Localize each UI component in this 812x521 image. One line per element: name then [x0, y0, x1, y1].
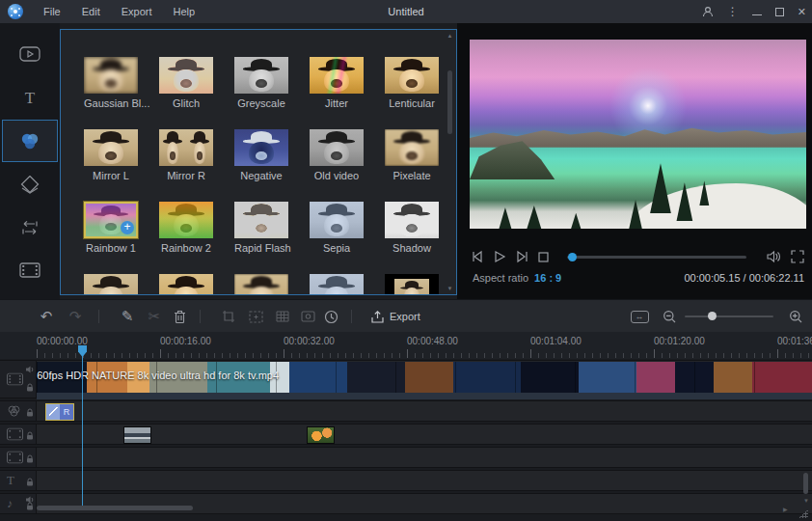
delete-button[interactable] [167, 300, 192, 333]
playhead-line [82, 345, 83, 506]
menu-help[interactable]: Help [163, 0, 206, 23]
menu-export[interactable]: Export [111, 0, 163, 23]
effect-tile-rapid-flash[interactable]: Rapid Flash [234, 202, 288, 254]
maximize-button[interactable] [775, 8, 784, 16]
effect-name: Jitter [310, 97, 364, 109]
sidebar-item-transitions[interactable] [2, 206, 58, 249]
transition-arrows-icon [19, 220, 41, 235]
zoom-slider-handle[interactable] [708, 312, 717, 320]
effect-tile-greyscale[interactable]: Greyscale [234, 57, 288, 109]
menu-file[interactable]: File [33, 0, 71, 23]
timeline-horizontal-scrollbar[interactable] [37, 506, 193, 510]
transport-controls [471, 245, 798, 268]
ruler-ticks [37, 349, 812, 358]
title-bar: File Edit Export Help Untitled ⋮ ✕ [0, 0, 812, 23]
menu-edit[interactable]: Edit [71, 0, 111, 23]
sidebar-item-media[interactable] [2, 33, 58, 75]
sidebar-item-text[interactable]: T [2, 77, 58, 120]
volume-icon[interactable] [766, 250, 781, 263]
lock-track-icon[interactable] [26, 478, 34, 486]
overlay-icon [19, 176, 41, 195]
effect-tile-pixelate[interactable]: Pixelate [385, 129, 439, 181]
scroll-right-icon[interactable]: ▶ [783, 506, 788, 512]
effect-clip-rainbow[interactable]: R [45, 403, 74, 421]
timeline-zoom-slider[interactable] [685, 315, 773, 317]
more-options-icon[interactable]: ⋮ [727, 5, 739, 18]
effect-tile-jitter[interactable]: Jitter [310, 57, 364, 109]
fullscreen-icon[interactable] [791, 250, 804, 263]
lock-track-icon[interactable] [26, 502, 34, 510]
text-track-header: T [0, 471, 37, 490]
scroll-down-icon[interactable]: ▼ [446, 285, 454, 292]
minimize-button[interactable] [752, 14, 762, 15]
zoom-in-button[interactable] [783, 300, 808, 333]
timeline-vertical-scrollbar[interactable] [803, 473, 808, 494]
overlay-track-2-header [0, 448, 37, 467]
effect-tile-glitch[interactable]: Glitch [159, 57, 213, 109]
effect-name: Rapid Flash [234, 242, 288, 254]
lock-track-icon[interactable] [26, 454, 34, 463]
effect-tile-gaussian-blur[interactable]: Gaussian Bl... [84, 57, 138, 109]
export-button[interactable]: Export [390, 300, 420, 333]
scroll-down-icon[interactable]: ▼ [803, 498, 809, 504]
play-button[interactable] [493, 250, 507, 263]
text-track: T [0, 470, 812, 491]
crop-button[interactable] [216, 300, 241, 333]
duration-button[interactable] [318, 300, 343, 333]
effect-tile-partial[interactable] [159, 274, 213, 295]
fit-timeline-button[interactable]: ↔ [627, 300, 652, 333]
ruler-label: 00:01:36. [777, 336, 812, 346]
seek-handle[interactable] [568, 253, 577, 261]
effect-clip-label: R [60, 404, 73, 420]
effect-tile-sepia[interactable]: Sepia [310, 202, 364, 254]
timecode: 00:00:05.15 / 00:06:22.11 [684, 272, 804, 284]
image-clip-flowers[interactable] [307, 426, 335, 444]
export-icon[interactable] [365, 300, 390, 333]
add-effect-badge[interactable]: + [121, 221, 134, 234]
scroll-up-icon[interactable]: ▲ [446, 32, 454, 40]
effect-tile-partial[interactable] [234, 274, 288, 295]
image-clip-beach[interactable] [123, 426, 151, 444]
sidebar-item-overlays[interactable] [2, 164, 58, 206]
zoom-out-button[interactable] [657, 300, 682, 333]
mosaic-button[interactable] [270, 300, 295, 333]
redo-button[interactable]: ↷ [63, 300, 88, 333]
edit-button[interactable]: ✎ [115, 300, 140, 333]
lock-track-icon[interactable] [26, 408, 34, 417]
effect-tile-partial[interactable] [84, 274, 138, 295]
effect-tile-mirror-l[interactable]: Mirror L [84, 129, 138, 181]
seek-slider[interactable] [567, 256, 746, 259]
effect-tile-lenticular[interactable]: Lenticular [385, 57, 439, 109]
sidebar-item-filters[interactable] [2, 120, 58, 162]
effect-tile-old-video[interactable]: Old video [310, 129, 364, 181]
sidebar-item-elements[interactable] [2, 249, 58, 291]
ruler-label: 00:01:20.00 [654, 336, 705, 346]
ruler-label: 00:01:04.00 [530, 336, 582, 346]
mute-track-icon[interactable] [26, 366, 35, 373]
effect-tile-mirror-r[interactable]: Mirror R [159, 129, 213, 181]
effects-scrollbar[interactable]: ▲ ▼ [446, 32, 454, 292]
effect-tile-partial[interactable] [385, 274, 439, 295]
effect-tile-shadow[interactable]: Shadow [385, 202, 439, 254]
aspect-ratio-value[interactable]: 16 : 9 [534, 272, 561, 284]
previous-frame-button[interactable] [471, 250, 485, 263]
effect-tile-rainbow-2[interactable]: Rainbow 2 [159, 202, 213, 254]
timeline-ruler[interactable]: 00:00:00.00 00:00:16.00 00:00:32.00 00:0… [0, 332, 812, 359]
scrollbar-thumb[interactable] [447, 70, 452, 134]
effect-tile-partial[interactable] [310, 274, 364, 295]
effect-tile-rainbow-1[interactable]: + Rainbow 1 [84, 202, 138, 254]
effect-track: R [0, 400, 812, 422]
undo-button[interactable]: ↶ [34, 300, 59, 333]
overlay-track-icon [7, 428, 23, 441]
music-note-icon: ♪ [7, 497, 13, 510]
effect-tile-negative[interactable]: Negative [234, 129, 288, 181]
zoom-pan-button[interactable] [243, 300, 268, 333]
lock-track-icon[interactable] [26, 431, 34, 440]
stop-button[interactable] [537, 251, 550, 263]
lock-track-icon[interactable] [26, 383, 34, 392]
next-frame-button[interactable] [515, 250, 529, 263]
close-button[interactable]: ✕ [798, 6, 806, 18]
split-button[interactable]: ✂ [142, 300, 167, 333]
watermark-button[interactable] [295, 300, 320, 333]
account-icon[interactable] [702, 6, 714, 17]
